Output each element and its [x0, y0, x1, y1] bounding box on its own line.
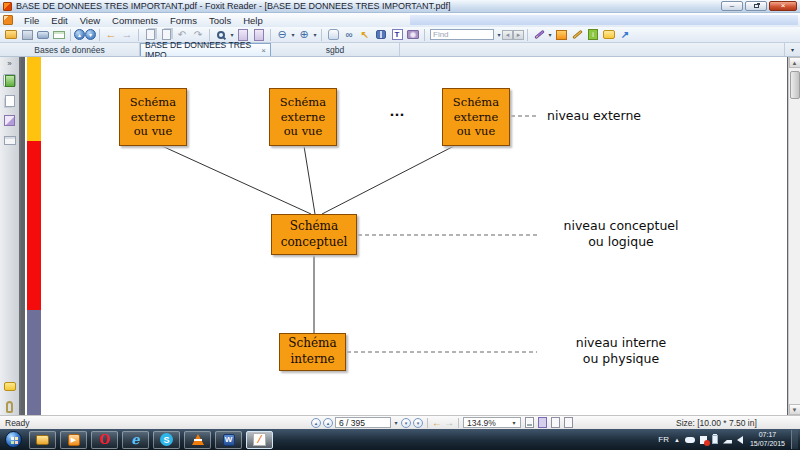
email-button[interactable]	[52, 28, 66, 41]
document-menu-icon[interactable]	[3, 15, 13, 25]
continuous-layout-icon[interactable]	[538, 417, 547, 428]
menu-edit[interactable]: Edit	[45, 15, 73, 26]
pencil-icon	[572, 30, 582, 39]
volume-icon[interactable]	[737, 436, 743, 444]
close-button[interactable]: ×	[769, 1, 797, 11]
print-button[interactable]	[36, 28, 50, 41]
menu-view[interactable]: View	[74, 15, 106, 26]
network-icon[interactable]	[723, 436, 732, 444]
taskbar-foxit-button[interactable]: ⁄	[246, 431, 273, 449]
attachments-panel-button[interactable]	[3, 400, 16, 413]
tab-close-icon[interactable]: ×	[261, 46, 266, 55]
menu-comments[interactable]: Comments	[106, 15, 164, 26]
next-view-button[interactable]: →	[120, 28, 134, 41]
status-separator	[458, 418, 459, 428]
tabbar-overflow-icon[interactable]: ▾	[784, 43, 800, 56]
previous-page-button[interactable]: ▴	[74, 29, 85, 40]
taskbar-word-button[interactable]: W	[215, 431, 242, 449]
collapse-panel-icon[interactable]: »	[3, 59, 16, 67]
continuous-facing-layout-icon[interactable]	[564, 417, 573, 428]
last-page-button[interactable]: ▾	[413, 418, 423, 428]
menu-forms[interactable]: Forms	[164, 15, 203, 26]
menu-help[interactable]: Help	[237, 15, 269, 26]
vertical-scrollbar[interactable]: ▲ ▼	[788, 57, 800, 415]
tab-bases-de-donnees[interactable]: Bases de données	[0, 43, 140, 56]
last-page-icon: ▾	[417, 420, 420, 426]
text-select-icon: T	[392, 29, 403, 40]
previous-page-icon: ▴	[327, 420, 330, 426]
next-page-icon: ▾	[405, 420, 408, 426]
zoom-out-dropdown[interactable]: ▾	[290, 31, 296, 38]
scrollbar-thumb[interactable]	[790, 71, 800, 99]
taskbar-opera-button[interactable]: O	[91, 431, 118, 449]
tab-sgbd[interactable]: sgbd	[271, 43, 400, 56]
previous-page-button-status[interactable]: ▴	[323, 418, 333, 428]
highlight-button[interactable]	[554, 28, 568, 41]
layers-panel-button[interactable]	[3, 134, 16, 147]
action-center-icon[interactable]	[700, 436, 707, 444]
hidden-icons-icon[interactable]: ▲	[674, 437, 680, 443]
tray-clock[interactable]: 07:17 15/07/2015	[750, 431, 785, 449]
show-desktop-button[interactable]	[791, 430, 798, 449]
next-page-button[interactable]: ▾	[85, 29, 96, 40]
find-input[interactable]	[430, 29, 494, 40]
hand-tool-button[interactable]	[326, 28, 340, 41]
pages-panel-button[interactable]	[3, 94, 16, 107]
taskbar-skype-button[interactable]: S	[153, 431, 180, 449]
schema-externe-box-1: Schéma externe ou vue	[119, 88, 187, 146]
taskbar-explorer-button[interactable]	[29, 431, 56, 449]
next-page-button-status[interactable]: ▾	[401, 418, 411, 428]
signature-panel-button[interactable]	[3, 114, 16, 127]
redo-icon: ↷	[194, 30, 202, 40]
taskbar-internet-explorer-button[interactable]: e	[122, 431, 149, 449]
typewriter-button[interactable]	[532, 28, 546, 41]
pages-icon	[162, 29, 171, 40]
scroll-up-icon[interactable]: ▲	[789, 57, 800, 68]
previous-view-icon[interactable]: ←	[432, 417, 442, 428]
zoom-tool-dropdown[interactable]: ▾	[229, 31, 235, 38]
save-button[interactable]	[20, 28, 34, 41]
tray-cloud-icon[interactable]	[685, 437, 695, 443]
reading-mode-button[interactable]: ∞	[342, 28, 356, 41]
share-button[interactable]: ↗	[618, 28, 632, 41]
battery-icon[interactable]	[712, 435, 718, 444]
scroll-down-icon[interactable]: ▼	[789, 404, 800, 415]
menu-file[interactable]: File	[18, 15, 45, 26]
select-text-button[interactable]: T	[390, 28, 404, 41]
page-number-dropdown[interactable]: ▾	[393, 419, 399, 426]
facing-layout-icon[interactable]	[551, 417, 560, 428]
tab-base-de-donnees-tres-important[interactable]: BASE DE DONNEES TRES IMPO... ×	[140, 43, 271, 56]
minimize-button[interactable]: –	[721, 1, 743, 11]
language-indicator[interactable]: FR	[658, 435, 669, 444]
note-button[interactable]: i	[586, 28, 600, 41]
zoom-in-dropdown[interactable]: ▾	[312, 31, 318, 38]
select-annotation-button[interactable]: ↖	[358, 28, 372, 41]
pencil-tool-button[interactable]	[570, 28, 584, 41]
restore-button[interactable]	[745, 1, 767, 11]
next-view-icon[interactable]: →	[444, 417, 454, 428]
first-page-button[interactable]: ▴	[311, 418, 321, 428]
open-button[interactable]	[4, 28, 18, 41]
menu-tools[interactable]: Tools	[203, 15, 237, 26]
taskbar-vlc-button[interactable]	[184, 431, 211, 449]
previous-view-button[interactable]: ←	[104, 28, 118, 41]
zoom-in-button[interactable]: ⊕	[297, 28, 311, 41]
bookmarks-panel-button[interactable]	[3, 74, 16, 87]
taskbar-media-player-button[interactable]: ▶	[60, 431, 87, 449]
zoom-level-select[interactable]: 134.9% ▾	[463, 417, 521, 428]
page-number-input[interactable]	[335, 417, 391, 428]
find-previous-button[interactable]: ◂	[502, 30, 513, 40]
start-button[interactable]	[5, 431, 22, 448]
select-arrow-icon: ↖	[361, 30, 369, 40]
strip-purple	[27, 310, 41, 415]
typewriter-dropdown[interactable]: ▾	[547, 31, 553, 38]
find-next-button[interactable]: ▸	[513, 30, 524, 40]
search-button[interactable]	[374, 28, 388, 41]
single-page-layout-icon[interactable]	[525, 417, 534, 428]
find-previous-icon: ◂	[506, 31, 510, 39]
zoom-out-button[interactable]: ⊖	[275, 28, 289, 41]
tab-label: sgbd	[326, 45, 344, 55]
comment-button[interactable]	[602, 28, 616, 41]
snapshot-button[interactable]	[406, 28, 420, 41]
comments-panel-button[interactable]	[3, 380, 16, 393]
